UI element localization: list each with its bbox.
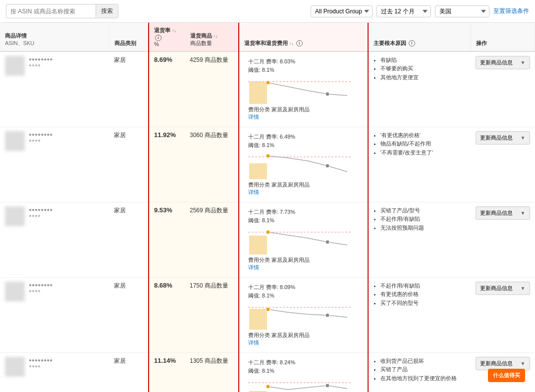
svg-point-19 xyxy=(325,384,329,388)
main-table-container: 商品详情 ASIN、SKU 商品类别 退货率 ↑↓ i % 退货商品 ↑↓ 商品… xyxy=(0,23,535,392)
chart-cell: 十二月 费率: 7.73% 阈值: 8.1% 费用分类 xyxy=(239,202,368,277)
action-label: 更新商品信息 xyxy=(480,285,513,292)
table-row: ●●●●●●●● ●●●● 家居 8.68% 1750 商品数量 十二月 费率:… xyxy=(0,277,535,352)
svg-rect-8 xyxy=(249,236,267,254)
search-input[interactable] xyxy=(6,5,96,17)
fee-label: 费用分类 家居及厨房用品 xyxy=(248,181,359,189)
reason-item: 在其他地方找到了更便宜的价格 xyxy=(380,374,466,383)
svg-point-11 xyxy=(325,240,329,244)
rate-value: 11.92% xyxy=(154,131,176,139)
sparkline-svg xyxy=(248,152,352,179)
svg-point-10 xyxy=(266,230,270,234)
reason-item: 买了不同的型号 xyxy=(380,299,466,308)
search-button[interactable]: 搜索 xyxy=(96,4,118,18)
svg-rect-12 xyxy=(249,309,267,330)
chart-threshold-label: 阈值: 8.1% xyxy=(248,66,359,74)
reason-list: '有更优惠的价格'物品有缺陷/不起作用'不再需要/改变主意了' xyxy=(374,131,466,157)
reason-item: 物品有缺陷/不起作用 xyxy=(380,140,466,148)
chart-area xyxy=(248,152,347,179)
action-cell: 更新商品信息 ▼ xyxy=(471,202,535,277)
reason-cell: '有更优惠的价格'物品有缺陷/不起作用'不再需要/改变主意了' xyxy=(368,127,471,202)
svg-point-18 xyxy=(266,385,270,389)
count-cell: 1305 商品数量 xyxy=(185,352,239,392)
fee-detail-link[interactable]: 详情 xyxy=(248,264,259,270)
chart-info-icon[interactable]: i xyxy=(296,40,303,47)
update-product-button[interactable]: 更新商品信息 ▼ xyxy=(476,131,530,145)
svg-point-2 xyxy=(266,81,270,85)
header-reason: 主要根本原因 i xyxy=(368,23,471,51)
dropdown-arrow-icon: ▼ xyxy=(521,361,526,366)
chart-area xyxy=(248,378,347,392)
rate-cell: 11.14% xyxy=(149,352,185,392)
category-cell: 家居 xyxy=(109,51,149,127)
header-action: 操作 xyxy=(471,23,535,51)
product-info: ●●●●●●●● ●●●● xyxy=(29,282,53,294)
reason-list: 不起作用/有缺陷有更优惠的价格买了不同的型号 xyxy=(374,282,466,308)
product-cell: ●●●●●●●● ●●●● xyxy=(0,277,109,352)
time-period-select[interactable]: 过去 12 个月 xyxy=(376,5,431,17)
fee-detail-link[interactable]: 详情 xyxy=(248,189,259,195)
rate-value: 8.69% xyxy=(154,56,172,63)
category-cell: 家居 xyxy=(109,277,149,352)
sparkline-svg xyxy=(248,302,352,330)
header-rate: 退货率 ↑↓ i % xyxy=(149,23,185,51)
count-cell: 1750 商品数量 xyxy=(185,277,239,352)
table-row: ●●●●●●●● ●●●● 家居 8.69% 4259 商品数量 十二月 费率:… xyxy=(0,51,535,127)
chart-cell: 十二月 费率: 8.09% 阈值: 8.1% 费用分类 xyxy=(239,277,368,352)
count-cell: 2569 商品数量 xyxy=(185,202,239,277)
reason-list: 买错了产品/型号不起作用/有缺陷无法按照预期问题 xyxy=(374,206,466,233)
reason-cell: 有缺陷不够要的购买其他地方更便宜 xyxy=(368,51,471,127)
fee-label: 费用分类 家居及厨房用品 xyxy=(248,256,359,264)
svg-point-15 xyxy=(325,313,329,317)
update-product-button[interactable]: 更新商品信息 ▼ xyxy=(476,282,530,295)
product-thumbnail xyxy=(5,206,25,226)
category-cell: 家居 xyxy=(109,127,149,202)
rate-info-icon[interactable]: i xyxy=(155,35,161,41)
reason-item: '不再需要/改变主意了' xyxy=(380,148,466,157)
svg-point-6 xyxy=(266,154,270,158)
search-box: 搜索 xyxy=(6,4,118,18)
product-info: ●●●●●●●● ●●●● xyxy=(29,357,53,369)
action-label: 更新商品信息 xyxy=(480,134,513,142)
product-group-select[interactable]: All Product Group xyxy=(311,5,373,17)
reason-item: 不起作用/有缺陷 xyxy=(380,215,466,224)
product-cell: ●●●●●●●● ●●●● xyxy=(0,352,109,392)
reason-item: 买错了产品 xyxy=(380,365,466,374)
action-label: 更新商品信息 xyxy=(480,59,513,66)
reason-item: 无法按照预期问题 xyxy=(380,224,466,233)
update-product-button[interactable]: 更新商品信息 ▼ xyxy=(476,206,530,220)
product-cell: ●●●●●●●● ●●●● xyxy=(0,127,109,202)
count-cell: 3060 商品数量 xyxy=(185,127,239,202)
product-thumbnail xyxy=(5,131,25,151)
fee-label: 费用分类 家居及厨房用品 xyxy=(248,332,359,339)
product-cell: ●●●●●●●● ●●●● xyxy=(0,202,109,277)
action-label: 更新商品信息 xyxy=(480,360,513,367)
rate-cell: 8.68% xyxy=(149,277,185,352)
top-bar: 搜索 All Product Group 过去 12 个月 美国 至置筛选条件 xyxy=(0,0,535,23)
svg-point-14 xyxy=(266,307,270,311)
dropdown-arrow-icon: ▼ xyxy=(521,210,526,216)
chart-rate-label: 十二月 费率: 7.73% xyxy=(248,208,359,216)
chart-cell: 十二月 费率: 6.49% 阈值: 8.1% 费用分类 xyxy=(239,127,368,202)
chart-rate-label: 十二月 费率: 8.03% xyxy=(248,58,359,65)
update-product-button[interactable]: 更新商品信息 ▼ xyxy=(476,357,530,370)
svg-rect-4 xyxy=(249,163,267,179)
fee-detail-link[interactable]: 详情 xyxy=(248,340,259,345)
country-select[interactable]: 美国 xyxy=(435,5,489,17)
fee-label: 费用分类 家居及厨房用品 xyxy=(248,106,359,113)
reason-info-icon[interactable]: i xyxy=(409,40,415,47)
dropdown-arrow-icon: ▼ xyxy=(521,286,526,291)
count-value: 4259 商品数量 xyxy=(190,56,228,63)
update-product-button[interactable]: 更新商品信息 ▼ xyxy=(476,56,530,69)
rate-value: 11.14% xyxy=(154,357,176,364)
header-count: 退货商品 ↑↓ 商品数量 xyxy=(185,23,239,51)
svg-rect-0 xyxy=(249,82,267,104)
chart-rate-label: 十二月 费率: 6.49% xyxy=(248,133,359,141)
table-row: ●●●●●●●● ●●●● 家居 11.92% 3060 商品数量 十二月 费率… xyxy=(0,127,535,202)
chart-threshold-label: 阈值: 8.1% xyxy=(248,142,359,149)
fee-detail-link[interactable]: 详情 xyxy=(248,114,259,120)
reset-filter-link[interactable]: 至置筛选条件 xyxy=(493,7,529,15)
chart-threshold-label: 阈值: 8.1% xyxy=(248,367,359,375)
rate-value: 9.53% xyxy=(154,206,172,214)
rate-cell: 11.92% xyxy=(149,127,185,202)
